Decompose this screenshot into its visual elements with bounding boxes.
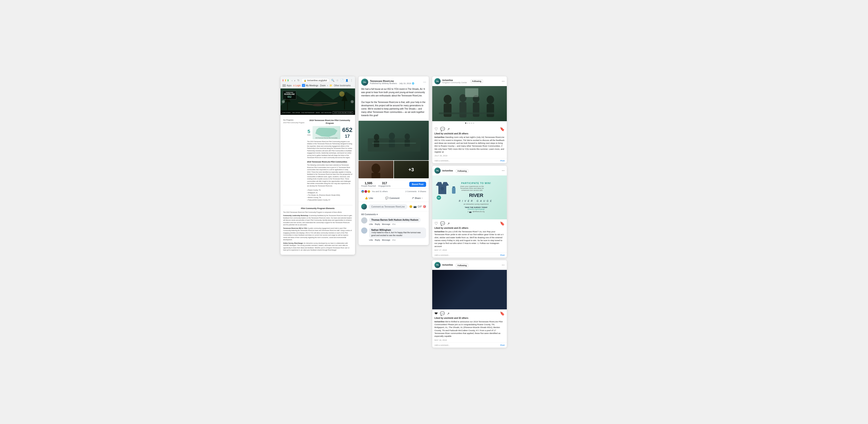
fb-share-button[interactable]: ↗ Share ▾ — [410, 195, 425, 201]
ig-post-3-more[interactable]: ··· — [502, 263, 505, 267]
carousel-left-arrow[interactable]: ‹ — [282, 100, 285, 103]
camera-icon[interactable]: 📷 — [413, 205, 417, 208]
fb-photo-left[interactable] — [359, 161, 394, 178]
ig-comment-icon[interactable]: 💬 — [440, 127, 445, 132]
comment-2-reply[interactable]: Reply — [375, 239, 380, 241]
ig-comment-input-3[interactable]: Add a comment... — [434, 344, 500, 346]
refresh-button[interactable]: ↻ — [298, 79, 300, 82]
ig-post-1-more[interactable]: ··· — [502, 79, 505, 83]
comment-1-reply[interactable]: Reply — [375, 223, 380, 225]
following-badge-1[interactable]: Following — [471, 80, 483, 83]
fb-main-photo[interactable] — [359, 121, 429, 160]
carousel-right-arrow[interactable]: › — [351, 100, 354, 103]
more-bookmarks-icon[interactable]: » — [327, 84, 328, 87]
all-comments-label[interactable]: All Comments ▾ — [361, 213, 426, 216]
maximize-btn[interactable] — [288, 79, 288, 82]
fb-comment-button[interactable]: 💬 Comment — [383, 195, 401, 201]
ig-share-icon-3[interactable]: ↗ — [447, 312, 450, 315]
minimize-btn[interactable] — [285, 79, 286, 82]
ig-bookmark-icon[interactable]: 🔖 — [500, 127, 505, 132]
ig-comment-input-1[interactable]: Add a comment... — [434, 160, 500, 162]
comment-2-actions: Like Reply Message 45w — [369, 239, 426, 241]
comment-2-message[interactable]: Message — [382, 239, 390, 241]
ig-heart-icon-3[interactable]: ❤ — [434, 311, 438, 316]
fb-header: TRL Tennessee RiverLine Published by Whi… — [359, 77, 429, 121]
address-bar[interactable]: 🔒 tnriverline.org/pilot — [301, 78, 330, 83]
apps-launcher[interactable]: Apps — [283, 84, 292, 87]
ig-share-icon-2[interactable]: ↗ — [447, 222, 450, 225]
zoom-label: My Meetings · Zoom — [306, 84, 326, 87]
forward-arrow[interactable]: › — [294, 79, 296, 82]
fb-comment-1: Thomas Barnes Seth Hudson Ashley Hudson … — [361, 217, 426, 225]
ig-caption-username-1[interactable]: tnriverline — [434, 136, 444, 138]
ig-heart-icon-2[interactable]: ♡ — [434, 221, 438, 226]
fb-comment-input[interactable]: Comment as Tennessee RiverLine — [369, 204, 407, 209]
sticker-icon[interactable]: 🎯 — [423, 205, 426, 208]
fb-published-by: Published by Whitney Brothers — [370, 82, 397, 85]
fb-photo-right[interactable]: +3 — [394, 161, 429, 178]
nav-get-involved[interactable]: GET INVOLVED — [321, 112, 331, 113]
comment-1-message[interactable]: Message — [382, 223, 390, 225]
ig-post-2-following: Following — [456, 169, 468, 173]
ig-post-1-actions: ♡ 💬 ↗ 🔖 — [432, 125, 507, 133]
following-badge-2[interactable]: Following — [456, 169, 468, 173]
search-icon[interactable]: 🔍 — [331, 79, 335, 82]
ig-comment-icon-3[interactable]: 💬 — [440, 311, 445, 316]
ig-post-1-following: Following — [471, 80, 483, 83]
nav-the-offer[interactable]: THE OFFER — [292, 112, 300, 113]
fb-more-options[interactable]: ··· — [423, 80, 426, 84]
stat-17: 17 — [345, 134, 350, 138]
nav-our-story[interactable]: OUR STORY — [282, 112, 291, 113]
tshirt-item: 652 — [436, 182, 456, 200]
login-bookmark[interactable]: ⊙ Login — [293, 84, 301, 87]
nav-news[interactable]: NEWS — [316, 112, 320, 113]
ig-post-3: TRL tnriverline Following ··· — [432, 260, 507, 347]
nav-partnership[interactable]: THE PARTNERSHIP — [301, 112, 314, 113]
boost-post-button[interactable]: Boost Post — [409, 182, 426, 187]
pdf-icon[interactable]: 📄 — [340, 79, 344, 82]
ig-bookmark-icon-3[interactable]: 🔖 — [500, 311, 505, 316]
ig-post-3-username[interactable]: tnriverline — [442, 264, 453, 266]
nav-store[interactable]: VISIT OUR ONLINE STORE — [333, 111, 353, 114]
bottle-svg — [452, 187, 456, 194]
svg-rect-22 — [372, 173, 380, 178]
fb-reactions-row: 👍 ❤ 😄 You and 31 others 2 Comments 8 Sha… — [359, 189, 429, 194]
river-word: RIVER — [459, 193, 493, 198]
ig-post-button-1[interactable]: Post — [500, 160, 505, 162]
ig-share-icon[interactable]: ↗ — [447, 128, 450, 131]
ig-caption-username-2[interactable]: tnriverline — [434, 230, 444, 233]
ig-caption-username-3[interactable]: tnriverline — [434, 320, 444, 323]
ig-heart-icon[interactable]: ♡ — [434, 127, 438, 132]
svg-rect-2 — [287, 102, 288, 110]
other-bookmarks-label: Other bookmarks — [334, 84, 351, 87]
comment-2-like[interactable]: Like — [369, 239, 373, 241]
gif-icon[interactable]: GIF — [417, 205, 422, 208]
ig-caption-content-2: Do you LOVE the Tennessee River? Us, too… — [434, 230, 504, 247]
stat-5-number: 5 — [307, 129, 310, 134]
emoji-icon[interactable]: 😊 — [409, 205, 412, 208]
ig-bookmark-icon-2[interactable]: 🔖 — [500, 221, 505, 226]
pilot-elements-section: Pilot Community Program Elements The 201… — [283, 207, 352, 251]
back-arrow[interactable]: ‹ — [291, 79, 293, 82]
svg-rect-37 — [439, 112, 500, 114]
ig-post-2-more[interactable]: ··· — [502, 169, 505, 173]
fb-like-button[interactable]: 👍 Like — [363, 195, 375, 201]
close-btn[interactable] — [283, 79, 283, 82]
gauge-word: RIVER GAUGE — [459, 198, 493, 203]
ig-post-button-3[interactable]: Post — [500, 344, 505, 346]
profile-icon[interactable]: 👤 — [345, 79, 348, 82]
zoom-bookmark[interactable]: Z My Meetings · Zoom — [302, 84, 326, 87]
share-dropdown-icon[interactable]: ▾ — [422, 197, 423, 199]
menu-icon[interactable]: ⋮ — [350, 79, 353, 82]
following-badge-3[interactable]: Following — [456, 264, 468, 267]
community-5: • Paducah/McCracken County, KY — [307, 199, 352, 201]
ig-comment-input-2[interactable]: Add a comment... — [434, 254, 500, 256]
star-icon[interactable]: ☆ — [336, 79, 339, 82]
ig-post-1-location: Kingston Community Center — [442, 82, 467, 84]
ig-comment-icon-2[interactable]: 💬 — [440, 221, 445, 226]
programs-section: Our Programs 2019 Pilot Community Progra… — [283, 117, 352, 203]
ig-post-2-username[interactable]: tnriverline — [442, 170, 453, 172]
ig-post-button-2[interactable]: Post — [500, 254, 505, 256]
ig-post-1-username[interactable]: tnriverline — [442, 79, 467, 82]
comment-1-like[interactable]: Like — [369, 223, 373, 225]
